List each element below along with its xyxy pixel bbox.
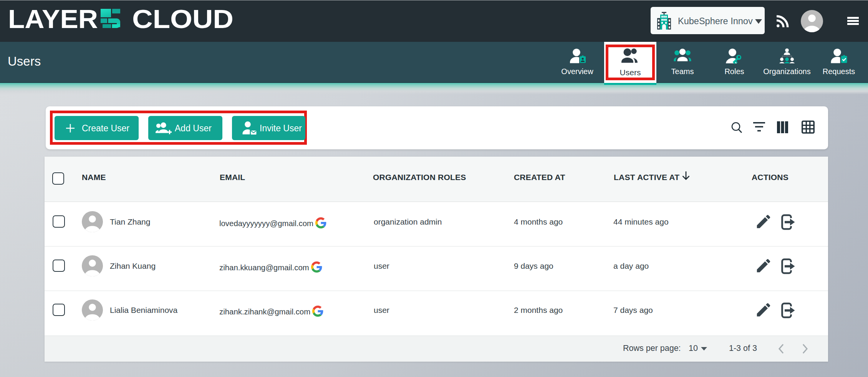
svg-text:LAYER: LAYER xyxy=(8,4,98,34)
svg-text:CLOUD: CLOUD xyxy=(132,4,234,34)
